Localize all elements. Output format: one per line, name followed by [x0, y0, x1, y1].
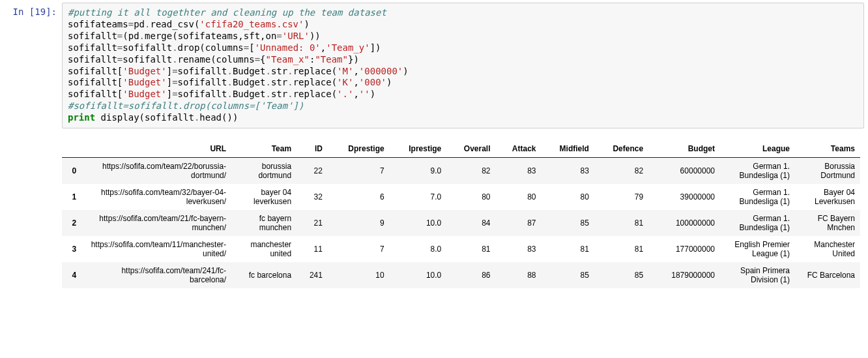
- code-token: =: [276, 31, 282, 41]
- code-token: .: [227, 77, 232, 87]
- code-token: .: [265, 66, 270, 76]
- table-row: 2https://sofifa.com/team/21/fc-bayern-mu…: [62, 210, 860, 236]
- cell-team: manchester united: [231, 236, 297, 262]
- cell-url: https://sofifa.com/team/11/manchester-un…: [81, 236, 231, 262]
- code-token: print: [68, 112, 95, 123]
- cell-attack: 83: [496, 236, 542, 262]
- code-token: "Team_x": [266, 54, 310, 65]
- code-token: sofifallt[: [68, 89, 123, 99]
- code-token: .: [139, 31, 145, 41]
- output-area: URLTeamIDDprestigeIprestigeOverallAttack…: [0, 128, 868, 288]
- cell-id: 11: [297, 236, 328, 262]
- cell-overall: 80: [446, 184, 495, 210]
- code-token: sofifateams: [68, 19, 128, 29]
- cell-league: German 1. Bundesliga (1): [720, 210, 795, 236]
- code-token: =: [255, 54, 260, 65]
- table-header: URLTeamIDDprestigeIprestigeOverallAttack…: [62, 140, 860, 158]
- cell-midfield: 85: [541, 210, 594, 236]
- cell-defence: 85: [594, 262, 648, 288]
- cell-iprestige: 10.0: [390, 262, 447, 288]
- code-token: .: [227, 89, 232, 99]
- code-token: sofifallt: [123, 42, 172, 53]
- comment: #sofifallt=sofifallt.drop(columns=['Team…: [68, 100, 304, 111]
- cell-defence: 81: [594, 210, 648, 236]
- cell-team: fc bayern munchen: [231, 210, 297, 236]
- cell-attack: 83: [496, 158, 542, 185]
- code-token: replace: [293, 66, 332, 76]
- table-row: 4https://sofifa.com/team/241/fc-barcelon…: [62, 262, 860, 288]
- cell-dprestige: 6: [328, 184, 390, 210]
- row-index: 1: [62, 184, 81, 210]
- code-token: Budget: [233, 66, 266, 76]
- column-header: Budget: [648, 140, 720, 158]
- code-token: str: [271, 77, 287, 87]
- cell-iprestige: 9.0: [390, 158, 447, 185]
- code-block[interactable]: #putting it all togethter and cleaning u…: [68, 7, 858, 124]
- cell-budget: 1879000000: [648, 262, 720, 288]
- cell-overall: 81: [446, 236, 495, 262]
- column-header: League: [720, 140, 795, 158]
- row-index: 0: [62, 158, 81, 185]
- cell-url: https://sofifa.com/team/241/fc-barcelona…: [81, 262, 231, 288]
- code-input-area[interactable]: #putting it all togethter and cleaning u…: [62, 3, 864, 128]
- cell-attack: 87: [496, 210, 542, 236]
- code-token: '.': [337, 89, 353, 99]
- code-token: sofifallt: [123, 54, 172, 65]
- code-token: .: [265, 89, 270, 99]
- cell-team: bayer 04 leverkusen: [231, 184, 297, 210]
- code-token: .: [227, 66, 232, 76]
- code-token: replace: [293, 77, 332, 87]
- code-token: .: [287, 77, 293, 87]
- code-token: sofifateams,sft,on: [178, 31, 277, 41]
- cell-url: https://sofifa.com/team/32/bayer-04-leve…: [81, 184, 231, 210]
- cell-midfield: 81: [541, 236, 594, 262]
- code-token: =: [172, 66, 177, 76]
- code-token: .: [172, 54, 177, 65]
- cell-budget: 177000000: [648, 236, 720, 262]
- code-token: rename: [178, 54, 211, 65]
- cell-attack: 88: [496, 262, 542, 288]
- code-token: "Team": [315, 54, 348, 65]
- cell-dprestige: 7: [328, 236, 390, 262]
- code-token: =: [172, 89, 177, 99]
- code-token: sofifallt: [178, 66, 227, 76]
- code-token: 'Budget': [123, 66, 166, 76]
- code-token: 'Team_y': [326, 42, 369, 53]
- cell-dprestige: 7: [328, 158, 390, 185]
- column-header: ID: [297, 140, 328, 158]
- code-token: .: [287, 66, 293, 76]
- code-token: drop: [178, 42, 200, 53]
- code-token: .: [172, 42, 177, 53]
- cell-midfield: 83: [541, 158, 594, 185]
- row-index: 2: [62, 210, 81, 236]
- column-header: Overall: [446, 140, 495, 158]
- column-header: URL: [81, 140, 231, 158]
- cell-overall: 86: [446, 262, 495, 288]
- cell-url: https://sofifa.com/team/22/borussia-dort…: [81, 158, 231, 185]
- code-token: read_csv: [150, 19, 194, 29]
- code-token: 'Budget': [123, 77, 166, 87]
- code-token: '000': [359, 77, 386, 87]
- table-body: 0https://sofifa.com/team/22/borussia-dor…: [62, 158, 860, 289]
- cell-id: 32: [297, 184, 328, 210]
- cell-budget: 39000000: [648, 184, 720, 210]
- column-header: Iprestige: [390, 140, 447, 158]
- code-token: sofifallt: [68, 42, 117, 53]
- cell-teams: Borussia Dortmund: [795, 158, 860, 185]
- column-header: Defence: [594, 140, 648, 158]
- cell-teams: Manchester United: [795, 236, 860, 262]
- cell-league: Spain Primera Division (1): [720, 262, 795, 288]
- cell-dprestige: 9: [328, 210, 390, 236]
- code-token: =: [128, 19, 134, 29]
- cell-league: German 1. Bundesliga (1): [720, 158, 795, 185]
- cell-league: German 1. Bundesliga (1): [720, 184, 795, 210]
- code-token: sofifallt: [68, 54, 117, 65]
- code-token: Budget: [233, 89, 266, 99]
- code-token: =: [117, 31, 123, 41]
- column-header: Dprestige: [328, 140, 390, 158]
- cell-id: 241: [297, 262, 328, 288]
- cell-dprestige: 10: [328, 262, 390, 288]
- code-token: ()): [222, 112, 238, 123]
- code-token: Budget: [233, 77, 266, 87]
- table-row: 1https://sofifa.com/team/32/bayer-04-lev…: [62, 184, 860, 210]
